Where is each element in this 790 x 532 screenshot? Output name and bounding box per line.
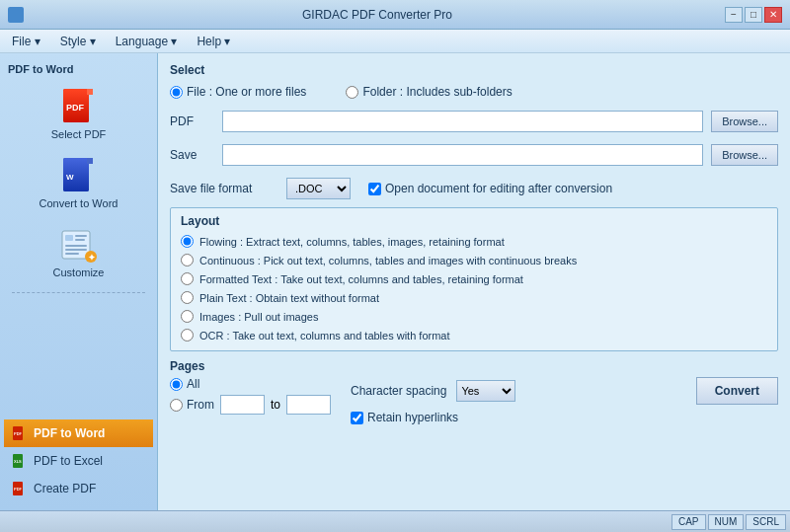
minimize-button[interactable]: − — [725, 7, 743, 23]
title-bar: GIRDAC PDF Converter Pro − □ ✕ — [0, 0, 790, 30]
sidebar-item-select-pdf[interactable]: PDF Select PDF — [4, 81, 153, 146]
pdf-to-excel-nav-icon: XLS — [12, 453, 28, 469]
layout-radio-flowing[interactable] — [181, 235, 194, 248]
app-icon — [8, 7, 24, 23]
select-row: File : One or more files Folder : Includ… — [170, 81, 778, 103]
menu-help[interactable]: Help ▾ — [189, 33, 238, 50]
pages-section: Pages All From to — [170, 359, 778, 424]
retain-hyperlinks-label[interactable]: Retain hyperlinks — [351, 411, 778, 424]
pdf-label: PDF — [170, 114, 214, 128]
close-button[interactable]: ✕ — [764, 7, 782, 23]
folder-radio-label[interactable]: Folder : Includes sub-folders — [346, 85, 512, 99]
layout-option-plain: Plain Text : Obtain text without format — [181, 288, 767, 307]
save-row: Save Browse... — [170, 144, 778, 166]
layout-radio-ocr[interactable] — [181, 329, 194, 342]
pages-to-text: to — [271, 398, 280, 412]
layout-title: Layout — [181, 214, 767, 228]
pages-all-radio[interactable] — [170, 378, 183, 391]
save-input[interactable] — [222, 144, 703, 166]
sidebar-nav-pdf-to-excel[interactable]: XLS PDF to Excel — [4, 447, 153, 475]
menu-bar: File ▾ Style ▾ Language ▾ Help ▾ — [0, 30, 790, 53]
pages-from-label[interactable]: From — [170, 398, 214, 412]
sidebar: PDF to Word PDF Sel — [0, 53, 158, 510]
status-bar: CAP NUM SCRL — [0, 510, 790, 532]
layout-option-flowing: Flowing : Extract text, columns, tables,… — [181, 232, 767, 251]
pages-right: Character spacing Yes No Convert Retain … — [351, 377, 778, 424]
select-pdf-icon: PDF — [59, 87, 99, 126]
pdf-browse-button[interactable]: Browse... — [711, 111, 778, 132]
svg-rect-13 — [75, 239, 85, 241]
pages-from-input[interactable] — [220, 395, 265, 415]
pages-from-row: From to — [170, 395, 331, 415]
main-layout: PDF to Word PDF Sel — [0, 53, 790, 510]
layout-radio-formatted[interactable] — [181, 272, 194, 285]
svg-rect-11 — [65, 235, 73, 241]
sidebar-item-customize[interactable]: ✦ Customize — [4, 219, 153, 284]
convert-button[interactable]: Convert — [696, 377, 778, 405]
svg-text:✦: ✦ — [88, 253, 96, 263]
svg-text:XLS: XLS — [14, 459, 22, 464]
layout-option-images: Images : Pull out images — [181, 307, 767, 326]
pdf-to-word-nav-icon: PDF — [12, 425, 28, 441]
sidebar-section-title: PDF to Word — [4, 61, 153, 77]
retain-hyperlinks-checkbox[interactable] — [351, 412, 363, 424]
sidebar-bottom-nav: PDF PDF to Word XLS PDF to Excel PDF Cre… — [4, 419, 153, 502]
svg-rect-9 — [87, 158, 93, 164]
sidebar-nav-label-pdf-to-excel: PDF to Excel — [34, 454, 103, 468]
status-num: NUM — [708, 514, 745, 530]
pages-title: Pages — [170, 359, 778, 373]
convert-to-word-icon: W — [59, 156, 99, 195]
format-select[interactable]: .DOC .DOCX .RTF .TXT — [286, 178, 351, 199]
pages-left: All From to — [170, 377, 331, 415]
menu-style[interactable]: Style ▾ — [52, 33, 104, 50]
window-controls: − □ ✕ — [725, 7, 782, 23]
pdf-row: PDF Browse... — [170, 111, 778, 132]
layout-radio-images[interactable] — [181, 310, 194, 323]
menu-language[interactable]: Language ▾ — [108, 33, 186, 50]
layout-option-formatted: Formatted Text : Take out text, columns … — [181, 269, 767, 288]
create-pdf-nav-icon: PDF — [12, 481, 28, 496]
layout-radio-continuous[interactable] — [181, 254, 194, 266]
content-area: Select File : One or more files Folder :… — [158, 53, 790, 510]
save-format-row: Save file format .DOC .DOCX .RTF .TXT Op… — [170, 178, 778, 199]
open-doc-checkbox[interactable] — [368, 183, 381, 195]
save-label: Save — [170, 148, 214, 162]
char-spacing-label: Character spacing — [351, 384, 446, 398]
layout-option-ocr: OCR : Take out text, columns and tables … — [181, 326, 767, 344]
pages-from-radio[interactable] — [170, 399, 183, 412]
folder-radio[interactable] — [346, 86, 358, 99]
svg-text:PDF: PDF — [14, 431, 23, 436]
svg-rect-16 — [65, 253, 79, 255]
save-browse-button[interactable]: Browse... — [711, 144, 778, 166]
svg-rect-12 — [75, 235, 87, 237]
customize-icon: ✦ — [59, 225, 99, 265]
sidebar-label-customize: Customize — [53, 266, 105, 278]
layout-option-continuous: Continuous : Pick out text, columns, tab… — [181, 251, 767, 269]
window-title: GIRDAC PDF Converter Pro — [30, 8, 725, 22]
pages-to-input[interactable] — [286, 395, 331, 415]
sidebar-nav-label-pdf-to-word: PDF to Word — [34, 426, 105, 440]
char-spacing-row: Character spacing Yes No Convert — [351, 377, 778, 405]
file-radio-label[interactable]: File : One or more files — [170, 85, 306, 99]
maximize-button[interactable]: □ — [745, 7, 762, 23]
svg-text:PDF: PDF — [66, 103, 85, 113]
pages-all-label[interactable]: All — [170, 377, 331, 391]
pdf-input[interactable] — [222, 111, 703, 132]
select-title: Select — [170, 63, 778, 77]
sidebar-label-select-pdf: Select PDF — [51, 128, 107, 140]
layout-radio-plain[interactable] — [181, 291, 194, 304]
sidebar-nav-create-pdf[interactable]: PDF Create PDF — [4, 475, 153, 502]
char-spacing-select[interactable]: Yes No — [456, 380, 515, 402]
sidebar-item-convert-to-word[interactable]: W Convert to Word — [4, 150, 153, 215]
sidebar-divider — [12, 292, 145, 293]
open-doc-label[interactable]: Open document for editing after conversi… — [368, 182, 612, 195]
svg-rect-4 — [87, 89, 93, 95]
select-section: Select File : One or more files Folder :… — [170, 63, 778, 103]
svg-text:W: W — [66, 173, 74, 182]
svg-rect-15 — [65, 249, 87, 251]
file-radio[interactable] — [170, 86, 183, 99]
menu-file[interactable]: File ▾ — [4, 33, 48, 50]
sidebar-nav-label-create-pdf: Create PDF — [34, 482, 96, 495]
sidebar-nav-pdf-to-word[interactable]: PDF PDF to Word — [4, 419, 153, 447]
svg-rect-14 — [65, 245, 87, 247]
